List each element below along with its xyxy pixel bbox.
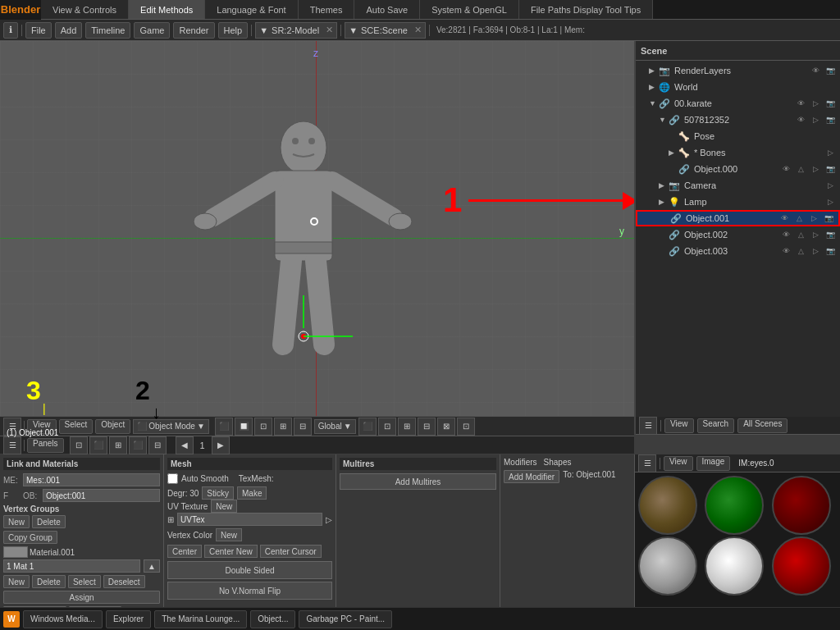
taskbar-item-3[interactable]: The Marina Lounge... <box>154 610 247 628</box>
tab-edit-methods[interactable]: Edit Methods <box>129 0 205 19</box>
double-sided-btn[interactable]: Double Sided <box>167 561 332 579</box>
obj002-tri-btn[interactable]: △ <box>794 229 807 240</box>
thumb-image-btn[interactable]: Image <box>696 456 731 471</box>
obj000-vis-btn[interactable]: 👁 <box>779 163 792 175</box>
tree-item-object002[interactable]: 🔗 Object.002 👁 △ ▷ 📷 <box>636 226 840 243</box>
tab-themes[interactable]: Themes <box>299 0 355 19</box>
obj002-vis-btn[interactable]: 👁 <box>779 229 792 240</box>
outl-search-btn[interactable]: Search <box>697 418 735 433</box>
tree-item-camera[interactable]: ▶ 📷 Camera ▷ <box>636 177 840 194</box>
tab-file-paths[interactable]: File Paths Display Tool Tips <box>519 0 653 19</box>
thumb-3[interactable] <box>772 476 831 535</box>
help-menu[interactable]: Help <box>218 22 249 39</box>
thumb-view-btn[interactable]: View <box>664 456 693 471</box>
mode-select[interactable]: ▼ SR:2-Model ✕ <box>255 22 337 39</box>
copy-group-btn[interactable]: Copy Group <box>3 531 57 544</box>
vc-new-btn[interactable]: New <box>216 528 242 541</box>
obj002-sel-btn[interactable]: ▷ <box>809 229 822 240</box>
add-multires-btn[interactable]: Add Multires <box>340 473 496 490</box>
obj003-render-btn[interactable]: 📷 <box>824 245 837 257</box>
tree-item-object001[interactable]: 🔗 Object.001 👁 △ ▷ 📷 <box>636 210 840 226</box>
obj001-render-btn[interactable]: 📷 <box>822 212 835 224</box>
me-input[interactable] <box>23 473 160 486</box>
file-menu[interactable]: File <box>25 22 52 39</box>
timeline-menu[interactable]: Timeline <box>85 22 130 39</box>
thumb-6[interactable] <box>772 536 831 596</box>
taskbar-item-1[interactable]: Windows Media... <box>23 610 103 628</box>
scene-select-close[interactable]: ✕ <box>414 25 422 35</box>
new-vg-btn[interactable]: New <box>3 515 30 528</box>
center-new-btn[interactable]: Center New <box>204 545 258 558</box>
lamp-vis-btn[interactable]: ▷ <box>824 196 837 208</box>
mode-dropdown[interactable]: ⬛ Object Mode ▼ <box>133 419 209 434</box>
obj000-sel-btn[interactable]: ▷ <box>809 163 822 175</box>
assign-btn[interactable]: Assign <box>3 591 160 604</box>
tree-item-object003[interactable]: 🔗 Object.003 👁 △ ▷ 📷 <box>636 243 840 259</box>
mode-select-close[interactable]: ✕ <box>326 25 333 35</box>
karate-sel-btn[interactable]: ▷ <box>809 98 822 109</box>
uv-tex-input[interactable] <box>177 513 322 526</box>
panels-btn[interactable]: Panels <box>27 438 64 453</box>
tree-item-507812352[interactable]: ▼ 🔗 507812352 👁 ▷ 📷 <box>636 112 840 128</box>
tab-view-controls[interactable]: View & Controls <box>41 0 129 19</box>
global-dropdown[interactable]: Global ▼ <box>314 419 356 434</box>
no-v-normal-btn[interactable]: No V.Normal Flip <box>167 582 332 600</box>
delete-vg-btn[interactable]: Delete <box>32 515 66 528</box>
select-menu-btn[interactable]: Select <box>59 419 94 434</box>
mat-index-input[interactable] <box>3 559 140 573</box>
thumb-1[interactable] <box>638 476 697 535</box>
obj002-render-btn[interactable]: 📷 <box>824 229 837 240</box>
thumb-2[interactable] <box>705 476 764 535</box>
object-menu-btn[interactable]: Object <box>95 419 130 434</box>
tab-system-opengl[interactable]: System & OpenGL <box>420 0 519 19</box>
obj003-vis-btn[interactable]: 👁 <box>779 245 792 257</box>
renderlayers-render-btn[interactable]: 📷 <box>824 65 837 76</box>
render-menu[interactable]: Render <box>173 22 214 39</box>
info-icon-btn[interactable]: ℹ <box>3 22 18 39</box>
ob-input[interactable] <box>43 489 160 502</box>
del-mat-btn[interactable]: Delete <box>32 575 66 588</box>
taskbar-item-2[interactable]: Explorer <box>106 610 151 628</box>
make-btn[interactable]: Make <box>237 486 267 500</box>
add-modifier-btn[interactable]: Add Modifier <box>504 470 559 483</box>
tree-item-karate[interactable]: ▼ 🔗 00.karate 👁 ▷ 📷 <box>636 95 840 112</box>
renderlayers-vis-btn[interactable]: 👁 <box>809 65 822 76</box>
thumb-menu-icon[interactable]: ☰ <box>638 454 656 472</box>
mat-index-up[interactable]: ▲ <box>144 559 160 573</box>
tree-item-renderlayers[interactable]: ▶ 📷 RenderLayers 👁 📷 <box>636 62 840 79</box>
tree-item-pose[interactable]: 🦴 Pose <box>636 128 840 144</box>
taskbar-item-4[interactable]: Object... <box>250 610 295 628</box>
outl-menu-icon[interactable]: ☰ <box>639 417 657 435</box>
game-menu[interactable]: Game <box>134 22 170 39</box>
scene-select[interactable]: ▼ SCE:Scene ✕ <box>345 22 426 39</box>
desel-mat-btn[interactable]: Deselect <box>103 575 145 588</box>
uv-new-btn[interactable]: New <box>211 500 237 513</box>
obj001-tri-btn[interactable]: △ <box>792 212 806 224</box>
karate-render-btn[interactable]: 📷 <box>824 98 837 109</box>
tree-item-object000[interactable]: 🔗 Object.000 👁 △ ▷ 📷 <box>636 161 840 177</box>
obj001-vis-btn[interactable]: 👁 <box>778 212 791 224</box>
auto-smooth-check[interactable] <box>167 473 178 484</box>
sel-507-btn[interactable]: ▷ <box>809 114 822 126</box>
panels-menu-icon[interactable]: ☰ <box>3 436 21 454</box>
render-507-btn[interactable]: 📷 <box>824 114 837 126</box>
outl-allscenes-btn[interactable]: All Scenes <box>737 418 788 433</box>
vis-507-btn[interactable]: 👁 <box>794 114 807 126</box>
karate-vis-btn[interactable]: 👁 <box>794 98 807 109</box>
obj003-sel-btn[interactable]: ▷ <box>809 245 822 257</box>
obj003-tri-btn[interactable]: △ <box>794 245 807 257</box>
obj000-render-btn[interactable]: 📷 <box>824 163 837 175</box>
camera-vis-btn[interactable]: ▷ <box>824 180 837 191</box>
tree-item-bones[interactable]: ▶ 🦴 * Bones ▷ <box>636 144 840 161</box>
obj001-sel-btn[interactable]: ▷ <box>807 212 820 224</box>
tab-auto-save[interactable]: Auto Save <box>354 0 420 19</box>
tree-item-world[interactable]: ▶ 🌐 World <box>636 79 840 95</box>
add-menu[interactable]: Add <box>55 22 83 39</box>
obj000-tri-btn[interactable]: △ <box>794 163 807 175</box>
bones-vis-btn[interactable]: ▷ <box>824 147 837 158</box>
new-mat-btn[interactable]: New <box>3 575 30 588</box>
sel-mat-btn[interactable]: Select <box>68 575 101 588</box>
outl-view-btn[interactable]: View <box>664 418 694 433</box>
sticky-btn[interactable]: Sticky <box>202 486 234 500</box>
thumb-5[interactable] <box>705 536 764 596</box>
